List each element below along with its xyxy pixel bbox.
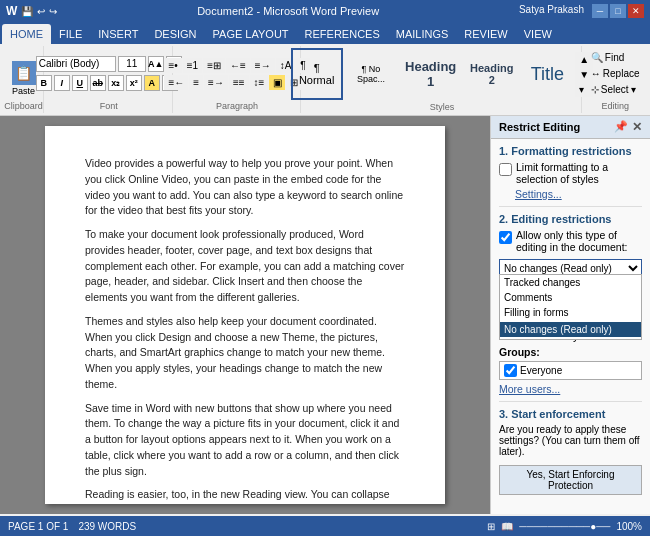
more-users-link[interactable]: More users... [499,383,642,395]
tab-review[interactable]: REVIEW [456,24,515,44]
maximize-button[interactable]: □ [610,4,626,18]
ribbon-group-styles: ¶ Normal ¶ No Spac... Heading 1 Heading … [303,46,583,113]
strikethrough-button[interactable]: ab [90,75,106,91]
style-no-spacing[interactable]: ¶ No Spac... [345,48,398,100]
section1-row: Limit formatting to a selection of style… [499,161,642,185]
tab-mailings[interactable]: MAILINGS [388,24,457,44]
layout-icon[interactable]: ⊞ [487,521,495,532]
dropdown-options-list: Tracked changes Comments Filling in form… [499,274,642,340]
multilevel-button[interactable]: ≡⊞ [203,58,225,73]
quick-access-redo[interactable]: ↪ [49,6,57,17]
replace-label: Replace [603,68,640,79]
formatting-checkbox[interactable] [499,163,512,176]
para-row-2: ≡← ≡ ≡→ ≡≡ ↕≡ ▣ ⊞ [164,75,309,90]
styles-label: Styles [430,102,455,112]
para-1: To make your document look professionall… [85,227,405,306]
find-button[interactable]: 🔍 Find [586,50,645,65]
minimize-button[interactable]: ─ [592,4,608,18]
tab-view[interactable]: VIEW [516,24,560,44]
word-count: 239 WORDS [78,521,136,532]
everyone-checkbox[interactable] [504,364,517,377]
line-spacing-button[interactable]: ↕≡ [250,75,269,90]
panel-close-button[interactable]: ✕ [632,120,642,134]
quick-access-undo[interactable]: ↩ [37,6,45,17]
align-left-button[interactable]: ≡← [164,75,188,90]
panel-header-buttons: 📌 ✕ [614,120,642,134]
select-icon: ⊹ [591,84,599,95]
style-title[interactable]: Title [521,48,573,100]
word-logo: W [6,4,17,18]
underline-button[interactable]: U [72,75,88,91]
styles-section: ¶ Normal ¶ No Spac... Heading 1 Heading … [291,48,594,100]
divider-1 [499,206,642,207]
restrict-editing-panel: Restrict Editing 📌 ✕ 1. Formatting restr… [490,116,650,514]
font-name-input[interactable] [36,56,116,72]
title-bar: W 💾 ↩ ↪ Document2 - Microsoft Word Previ… [0,0,650,22]
read-mode-icon[interactable]: 📖 [501,521,513,532]
everyone-label: Everyone [520,365,562,376]
tab-file[interactable]: FILE [51,24,90,44]
justify-button[interactable]: ≡≡ [229,75,249,90]
option-no-changes-highlighted[interactable]: No changes (Read only) [500,322,641,337]
option-tracked-changes[interactable]: Tracked changes [500,275,641,290]
numbering-button[interactable]: ≡1 [183,58,202,73]
decrease-indent-button[interactable]: ←≡ [226,58,250,73]
para-3: Save time in Word with new buttons that … [85,401,405,480]
paragraph-label: Paragraph [216,101,258,111]
groups-label: Groups: [499,346,540,358]
increase-indent-button[interactable]: ≡→ [251,58,275,73]
editing-restriction-label: Allow only this type of editing in the d… [516,229,642,253]
align-center-button[interactable]: ≡ [189,75,203,90]
status-left: PAGE 1 OF 1 239 WORDS [8,521,136,532]
tab-page-layout[interactable]: PAGE LAYOUT [205,24,297,44]
font-row-1: A▲ A▼ [36,56,182,72]
panel-header: Restrict Editing 📌 ✕ [491,116,650,139]
settings-link[interactable]: Settings... [515,188,642,200]
align-right-button[interactable]: ≡→ [204,75,228,90]
main-layout: Video provides a powerful way to help yo… [0,116,650,514]
document-page[interactable]: Video provides a powerful way to help yo… [45,126,445,504]
option-filling-forms[interactable]: Filling in forms [500,305,641,320]
enforce-protection-button[interactable]: Yes, Start Enforcing Protection [499,465,642,495]
ribbon-tabs: HOME FILE INSERT DESIGN PAGE LAYOUT REFE… [0,22,650,44]
window-controls: Satya Prakash ─ □ ✕ [519,4,644,18]
bullets-button[interactable]: ≡• [164,58,181,73]
style-normal[interactable]: ¶ Normal [291,48,343,100]
section3-title: 3. Start enforcement [499,408,642,420]
style-heading2[interactable]: Heading 2 [464,48,519,100]
tab-home[interactable]: HOME [2,24,51,44]
tab-insert[interactable]: INSERT [90,24,146,44]
zoom-slider[interactable]: ──────────●── [519,521,610,532]
style-normal-label: ¶ Normal [297,62,337,86]
document-area: Video provides a powerful way to help yo… [0,116,490,514]
option-comments[interactable]: Comments [500,290,641,305]
style-heading1[interactable]: Heading 1 [399,48,462,100]
tab-design[interactable]: DESIGN [146,24,204,44]
font-grow-button[interactable]: A▲ [148,56,164,72]
find-label: Find [605,52,624,63]
bold-button[interactable]: B [36,75,52,91]
style-nospace-label: ¶ No Spac... [351,64,392,84]
ribbon-group-font: A▲ A▼ B I U ab x₂ x² A A Font [46,46,173,113]
superscript-button[interactable]: x² [126,75,142,91]
page-info: PAGE 1 OF 1 [8,521,68,532]
section1-title: 1. Formatting restrictions [499,145,642,157]
status-bar: PAGE 1 OF 1 239 WORDS ⊞ 📖 ──────────●── … [0,516,650,536]
find-icon: 🔍 [591,52,603,63]
replace-button[interactable]: ↔ Replace [586,66,645,81]
editing-checkbox[interactable] [499,231,512,244]
font-size-input[interactable] [118,56,146,72]
highlight-button[interactable]: A [144,75,160,91]
title-bar-left: W 💾 ↩ ↪ [6,4,57,18]
para-2: Themes and styles also help keep your do… [85,314,405,393]
italic-button[interactable]: I [54,75,70,91]
shading-button[interactable]: ▣ [269,75,285,90]
subscript-button[interactable]: x₂ [108,75,124,91]
everyone-box: Everyone [499,361,642,380]
panel-pin-button[interactable]: 📌 [614,120,628,134]
close-button[interactable]: ✕ [628,4,644,18]
quick-access-save[interactable]: 💾 [21,6,33,17]
select-button[interactable]: ⊹ Select ▾ [586,82,645,97]
tab-references[interactable]: REFERENCES [297,24,388,44]
editing-group: 🔍 Find ↔ Replace ⊹ Select ▾ [582,48,649,99]
